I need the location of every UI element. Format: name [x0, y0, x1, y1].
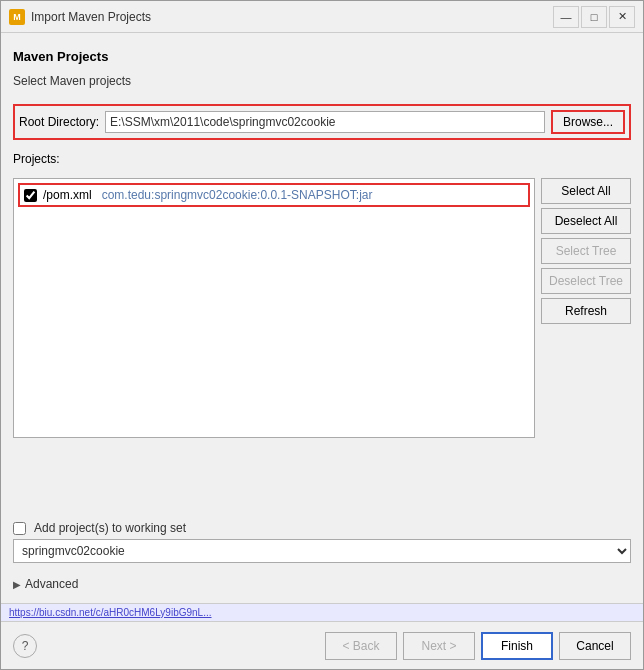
url-bar: https://biu.csdn.net/c/aHR0cHM6Ly9ibG9nL…	[1, 603, 643, 621]
working-set-row: Add project(s) to working set	[13, 521, 631, 535]
footer-right: < Back Next > Finish Cancel	[325, 632, 631, 660]
footer-left: ?	[13, 634, 37, 658]
back-button[interactable]: < Back	[325, 632, 397, 660]
import-maven-dialog: M Import Maven Projects — □ ✕ Maven Proj…	[0, 0, 644, 670]
project-checkbox[interactable]	[24, 189, 37, 202]
root-directory-row: Root Directory: Browse...	[13, 104, 631, 140]
window-title: Import Maven Projects	[31, 10, 151, 24]
title-bar: M Import Maven Projects — □ ✕	[1, 1, 643, 33]
maximize-button[interactable]: □	[581, 6, 607, 28]
working-set-label: Add project(s) to working set	[34, 521, 186, 535]
refresh-button[interactable]: Refresh	[541, 298, 631, 324]
help-button[interactable]: ?	[13, 634, 37, 658]
working-set-container: Add project(s) to working set springmvc0…	[13, 515, 631, 563]
working-set-checkbox[interactable]	[13, 522, 26, 535]
advanced-row[interactable]: ▶ Advanced	[13, 577, 631, 591]
root-dir-label: Root Directory:	[19, 115, 99, 129]
working-set-dropdown[interactable]: springmvc02cookie	[13, 539, 631, 563]
projects-label: Projects:	[13, 152, 631, 166]
url-text: https://biu.csdn.net/c/aHR0cHM6Ly9ibG9nL…	[9, 607, 212, 618]
dialog-content: Maven Projects Select Maven projects Roo…	[1, 33, 643, 603]
window-icon: M	[9, 9, 25, 25]
projects-list: /pom.xml com.tedu:springmvc02cookie:0.0.…	[13, 178, 535, 438]
browse-button[interactable]: Browse...	[551, 110, 625, 134]
select-all-button[interactable]: Select All	[541, 178, 631, 204]
title-buttons: — □ ✕	[553, 6, 635, 28]
root-dir-input[interactable]	[105, 111, 545, 133]
deselect-all-button[interactable]: Deselect All	[541, 208, 631, 234]
side-buttons: Select All Deselect All Select Tree Dese…	[541, 178, 631, 501]
close-button[interactable]: ✕	[609, 6, 635, 28]
cancel-button[interactable]: Cancel	[559, 632, 631, 660]
dialog-footer: ? < Back Next > Finish Cancel	[1, 621, 643, 669]
project-item: /pom.xml com.tedu:springmvc02cookie:0.0.…	[18, 183, 530, 207]
section-subtitle: Select Maven projects	[13, 74, 631, 88]
project-name: /pom.xml	[43, 188, 92, 202]
select-tree-button[interactable]: Select Tree	[541, 238, 631, 264]
section-title: Maven Projects	[13, 49, 631, 64]
projects-area: /pom.xml com.tedu:springmvc02cookie:0.0.…	[13, 178, 631, 501]
minimize-button[interactable]: —	[553, 6, 579, 28]
window-icon-letter: M	[13, 12, 21, 22]
deselect-tree-button[interactable]: Deselect Tree	[541, 268, 631, 294]
advanced-label: Advanced	[25, 577, 78, 591]
next-button[interactable]: Next >	[403, 632, 475, 660]
title-bar-left: M Import Maven Projects	[9, 9, 151, 25]
project-artifact: com.tedu:springmvc02cookie:0.0.1-SNAPSHO…	[102, 188, 373, 202]
finish-button[interactable]: Finish	[481, 632, 553, 660]
advanced-triangle-icon: ▶	[13, 579, 21, 590]
